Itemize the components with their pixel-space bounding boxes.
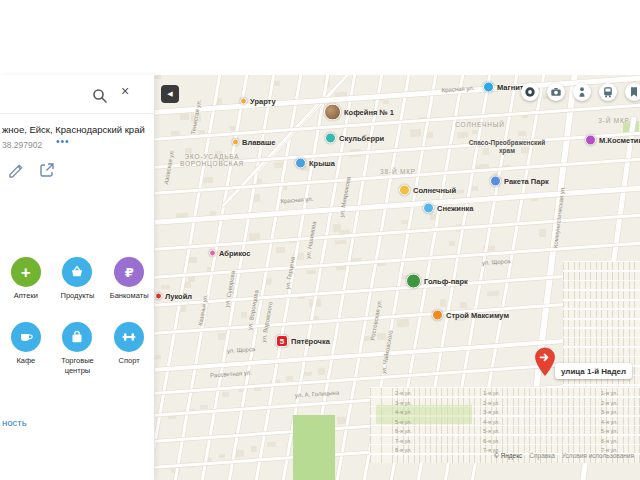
- poi-icon: [325, 133, 336, 144]
- bookmarks-button[interactable]: [625, 83, 640, 101]
- map-poi[interactable]: Скульберри: [325, 133, 384, 144]
- building: [471, 186, 478, 191]
- divider: [0, 113, 155, 114]
- plot-street-label: 6-я ул.: [601, 438, 618, 444]
- building: [235, 450, 244, 458]
- search-sidebar: × жное, Ейск, Краснодарский край 38.2979…: [0, 75, 155, 480]
- building: [180, 113, 189, 121]
- poi-icon: [295, 158, 306, 169]
- plot-street-label: 6-я ул.: [483, 438, 500, 444]
- category-dumbbell[interactable]: Спорт: [105, 322, 154, 375]
- plot-street-label: 8-я ул.: [395, 447, 412, 453]
- map-poi[interactable]: Крыша: [295, 158, 335, 169]
- map-poi[interactable]: Спасо-Преображенскийхрам: [469, 139, 546, 155]
- photos-button[interactable]: [547, 83, 565, 101]
- building: [286, 376, 293, 381]
- poi-dot-icon: [155, 293, 162, 300]
- cup-icon: [11, 322, 41, 352]
- building: [302, 372, 312, 377]
- search-icon[interactable]: [92, 88, 108, 104]
- transport-button[interactable]: [599, 83, 617, 101]
- basket-icon: [62, 257, 92, 287]
- street-view-button[interactable]: [573, 83, 591, 101]
- category-bag[interactable]: Торговые центры: [53, 322, 102, 375]
- report-inaccuracy-link[interactable]: ность: [2, 417, 27, 428]
- category-basket[interactable]: Продукты: [53, 257, 102, 300]
- poi-icon: [432, 310, 443, 321]
- marker-label-chip[interactable]: улица 1-й Надел: [555, 363, 632, 379]
- building: [200, 405, 208, 410]
- building: [155, 75, 161, 79]
- map-poi[interactable]: Урарту: [240, 97, 276, 106]
- building: [219, 454, 225, 458]
- back-button[interactable]: ◀: [161, 85, 179, 103]
- more-actions-button[interactable]: •••: [56, 136, 70, 147]
- map-poi[interactable]: Снежинка: [423, 203, 473, 214]
- map-poi[interactable]: Абрикос: [209, 249, 250, 258]
- poi-icon: [585, 135, 596, 146]
- map-poi[interactable]: Строй Максимум: [432, 310, 509, 321]
- category-label: Продукты: [61, 291, 95, 300]
- plot-street-label: 5-я ул.: [395, 419, 412, 425]
- pyaterochka-icon: 5: [276, 335, 288, 347]
- poi-dot-icon: [209, 250, 216, 257]
- map-poi[interactable]: 5Пятёрочка: [276, 335, 330, 347]
- poi-label: Влаваше: [242, 138, 275, 147]
- plot-street-label: 1-я ул.: [483, 390, 500, 396]
- help-link[interactable]: Справка: [529, 452, 555, 459]
- poi-label: Кофейня № 1: [344, 108, 394, 117]
- map-controls: [521, 83, 640, 101]
- plot-street-label: 4-я ул.: [483, 419, 500, 425]
- category-label: Банкоматы: [110, 291, 149, 300]
- building: [410, 129, 422, 138]
- plot-street-label: 6-я ул.: [395, 428, 412, 434]
- map-poi[interactable]: Ракета Парк: [490, 176, 549, 187]
- building: [539, 229, 547, 237]
- poi-label: Ракета Парк: [504, 177, 549, 186]
- map-poi[interactable]: Влаваше: [232, 138, 275, 147]
- building: [318, 368, 325, 375]
- edit-icon[interactable]: [7, 161, 25, 179]
- share-icon[interactable]: [38, 161, 56, 179]
- search-result-pin[interactable]: [534, 347, 556, 377]
- building: [440, 299, 447, 307]
- plot-street-label: 3-я ул.: [395, 400, 412, 406]
- address-text: жное, Ейск, Краснодарский край: [2, 124, 154, 135]
- categories-grid: + Аптеки Продукты₽ Банкоматы Кафе Торгов…: [0, 257, 155, 375]
- plot-street-label: 2-я ул.: [395, 390, 412, 396]
- category-plus[interactable]: + Аптеки: [1, 257, 50, 300]
- building: [460, 302, 467, 308]
- category-ruble[interactable]: ₽ Банкоматы: [105, 257, 154, 300]
- park-area: [293, 415, 335, 480]
- building: [377, 333, 386, 341]
- plot-street-label: 2-я ул.: [483, 400, 500, 406]
- map-poi[interactable]: М.Косметик: [585, 135, 640, 146]
- close-icon[interactable]: ×: [121, 84, 129, 98]
- building: [267, 442, 276, 448]
- building: [188, 257, 197, 264]
- category-label: Аптеки: [14, 291, 38, 300]
- map-canvas[interactable]: Красная ул.Красная ул.ул. Щорсаул. Щорса…: [155, 75, 640, 480]
- green-plots-strip: [376, 405, 472, 424]
- building: [457, 132, 468, 139]
- map-poi[interactable]: Кофейня № 1: [324, 104, 394, 121]
- poi-label: Абрикос: [219, 249, 250, 258]
- coordinates-value: 38.297902: [2, 140, 42, 150]
- map-poi[interactable]: Гольф-парк: [406, 274, 468, 289]
- map-poi[interactable]: Лукойл: [155, 292, 192, 301]
- terms-link[interactable]: Условия использования: [562, 452, 634, 459]
- building: [222, 392, 229, 397]
- building: [335, 240, 346, 245]
- plot-street-label: 7-я ул.: [395, 438, 412, 444]
- category-label: Спорт: [119, 356, 140, 365]
- building: [249, 233, 260, 241]
- poi-dot-icon: [240, 98, 247, 105]
- poi-label: Лукойл: [165, 292, 192, 301]
- building: [427, 132, 433, 138]
- plot-street-label: 2-я ул.: [601, 400, 618, 406]
- map-poi[interactable]: Солнечный: [399, 185, 456, 196]
- traffic-button[interactable]: [521, 83, 539, 101]
- plus-icon: +: [11, 257, 41, 287]
- category-cup[interactable]: Кафе: [1, 322, 50, 375]
- poi-label: Крыша: [309, 159, 335, 168]
